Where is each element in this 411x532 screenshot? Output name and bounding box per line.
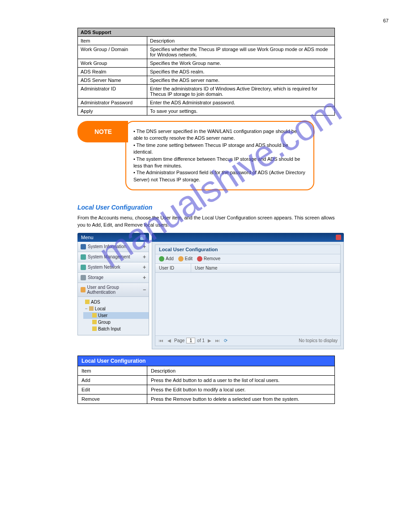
- add-label: Add: [166, 256, 174, 261]
- home-icon[interactable]: [140, 235, 146, 240]
- storage-icon: [81, 275, 86, 280]
- ads-table-header: ADS Support: [78, 28, 335, 37]
- panel-title: Local User Configuration: [155, 245, 340, 254]
- note-line: • The time zone setting between Thecus I…: [133, 142, 306, 156]
- prev-page-button[interactable]: ◀: [166, 338, 172, 344]
- of-label: of 1: [197, 338, 205, 343]
- edit-label: Edit: [185, 256, 193, 261]
- ads-row-item: Work Group / Domain: [78, 45, 147, 59]
- luc-item-header: Item: [78, 366, 147, 375]
- tree-node-label: Local: [95, 306, 106, 311]
- luc-row-item: Add: [78, 375, 147, 385]
- luc-row-desc: Press the Edit button to modify a local …: [147, 385, 335, 394]
- folder-icon: [89, 306, 94, 311]
- edit-button[interactable]: Edit: [178, 256, 193, 262]
- close-icon[interactable]: [336, 235, 341, 240]
- last-page-button[interactable]: ⏭: [214, 338, 221, 344]
- ads-desc-header: Description: [147, 37, 335, 45]
- add-icon: [159, 256, 164, 262]
- collapse-icon: −: [85, 306, 88, 311]
- edit-icon: [178, 256, 184, 262]
- menu-item-user-group-auth[interactable]: User and Group Authentication −: [78, 283, 149, 297]
- page-input[interactable]: [186, 338, 195, 343]
- toolbar: Add Edit Remove: [155, 254, 340, 264]
- menu-item-system-mgmt[interactable]: System Management +: [78, 252, 149, 262]
- page-label: Page: [174, 338, 184, 343]
- content-body: Local User Configuration Add Edit Remove: [152, 242, 344, 349]
- pager-message: No topics to display: [299, 338, 338, 343]
- grid-body: [155, 273, 340, 335]
- luc-row-desc: Press the Add button to add a user to th…: [147, 375, 335, 385]
- menu-item-label: User and Group Authentication: [87, 285, 141, 295]
- note-label: NOTE: [77, 121, 128, 142]
- expand-icon: +: [143, 244, 146, 250]
- ads-row-desc: To save your settings.: [147, 107, 335, 116]
- note-line: • The DNS server specified in the WAN/LA…: [133, 128, 306, 142]
- pager: ⏮ ◀ Page of 1 ▶ ⏭ ⟳ No topics to display: [155, 335, 340, 346]
- config-panel: Local User Configuration Add Edit Remove: [155, 245, 341, 346]
- ads-row-item: Administrator Password: [78, 99, 147, 107]
- grid-col-userid: User ID: [155, 264, 191, 272]
- remove-label: Remove: [204, 256, 220, 261]
- next-page-button[interactable]: ▶: [206, 338, 213, 344]
- collapse-icon: −: [143, 287, 146, 293]
- ads-row-item: ADS Server Name: [78, 76, 147, 85]
- note-callout: NOTE • The DNS server specified in the W…: [77, 121, 335, 190]
- gears-icon: [81, 254, 86, 260]
- ads-row-desc: Specifies the Work Group name.: [147, 59, 335, 68]
- ads-row-desc: Specifies the ADS server name.: [147, 76, 335, 85]
- add-button[interactable]: Add: [159, 256, 174, 262]
- first-page-button[interactable]: ⏮: [158, 338, 164, 344]
- menu-item-label: Storage: [88, 275, 103, 280]
- menu-item-system-info[interactable]: System Information +: [78, 242, 149, 252]
- ads-row-desc: Enter the administrators ID of Windows A…: [147, 85, 335, 99]
- local-user-heading: Local User Configuration: [77, 204, 389, 211]
- ads-row-desc: Enter the ADS Administrator password.: [147, 99, 335, 107]
- ads-row-desc: Specifies the ADS realm.: [147, 68, 335, 76]
- info-icon: [81, 244, 86, 249]
- network-icon: [81, 265, 86, 270]
- grid-header: User ID User Name: [155, 264, 340, 273]
- expand-icon: +: [143, 275, 146, 281]
- menu-item-system-network[interactable]: System Network +: [78, 262, 149, 273]
- note-body: • The DNS server specified in the WAN/LA…: [125, 121, 314, 190]
- tree-node-label: ADS: [91, 300, 100, 305]
- refresh-button[interactable]: ⟳: [223, 338, 229, 344]
- luc-row-desc: Press the Remove button to delete a sele…: [147, 394, 335, 403]
- menu-list: System Information + System Management +…: [77, 242, 149, 335]
- tree-node-group[interactable]: Group: [83, 319, 149, 326]
- cube-icon: [85, 300, 90, 304]
- tree-node-label: Batch Input: [98, 326, 121, 331]
- menu-item-label: System Network: [88, 265, 120, 270]
- tree-node-ads[interactable]: ADS: [83, 299, 149, 305]
- note-line: • The system time difference between The…: [133, 156, 306, 170]
- menu-title: Menu: [81, 235, 94, 240]
- ads-row-item: Work Group: [78, 59, 147, 68]
- cube-icon: [92, 313, 97, 317]
- content-header: [152, 233, 344, 242]
- tree-node-label: Group: [98, 320, 111, 325]
- ui-screenshot: Menu System Information + System Managem…: [77, 233, 344, 349]
- tree-node-user[interactable]: User: [83, 312, 149, 319]
- tree-node-batch-input[interactable]: Batch Input: [83, 326, 149, 332]
- luc-row-item: Edit: [78, 385, 147, 394]
- luc-table-header: Local User Configuration: [78, 356, 335, 366]
- remove-icon: [197, 256, 202, 262]
- cube-icon: [92, 326, 97, 331]
- menu-item-label: System Management: [88, 254, 130, 259]
- remove-button[interactable]: Remove: [197, 256, 220, 262]
- menu-item-storage[interactable]: Storage +: [78, 273, 149, 283]
- tree-node-label: User: [98, 313, 107, 318]
- grid-col-username: User Name: [191, 264, 340, 272]
- ads-row-desc: Specifies whether the Thecus IP storage …: [147, 45, 335, 59]
- ads-row-item: Administrator ID: [78, 85, 147, 99]
- expand-icon: +: [143, 264, 146, 270]
- tree-node-local[interactable]: − Local: [83, 305, 149, 312]
- menu-item-label: System Information: [88, 244, 126, 249]
- menu-tree: ADS − Local User Group Batch Input: [78, 297, 149, 335]
- expand-icon: +: [143, 254, 146, 260]
- luc-desc-header: Description: [147, 366, 335, 375]
- luc-row-item: Remove: [78, 394, 147, 403]
- ads-row-item: Apply: [78, 107, 147, 116]
- content-panel: Local User Configuration Add Edit Remove: [152, 233, 344, 349]
